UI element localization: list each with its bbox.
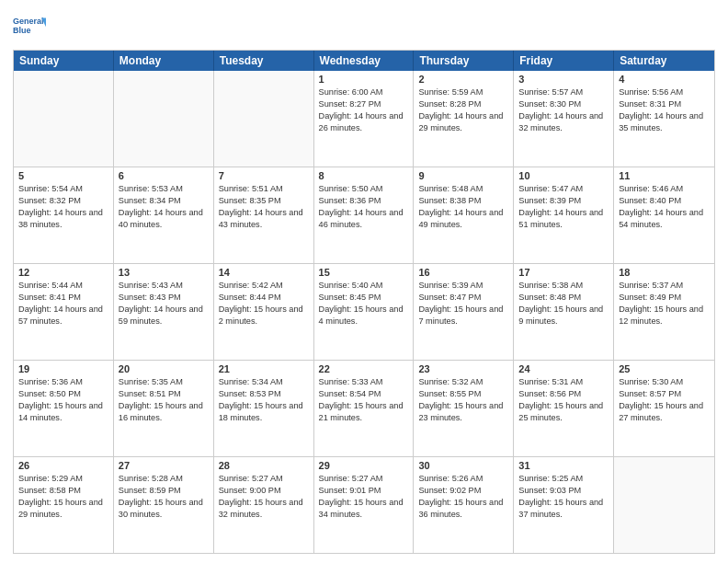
calendar-cell: 11Sunrise: 5:46 AMSunset: 8:40 PMDayligh… xyxy=(614,167,714,263)
calendar-week-3: 12Sunrise: 5:44 AMSunset: 8:41 PMDayligh… xyxy=(14,263,714,360)
calendar-cell: 21Sunrise: 5:34 AMSunset: 8:53 PMDayligh… xyxy=(214,361,314,456)
day-number: 4 xyxy=(619,74,710,85)
cell-details: Sunrise: 5:48 AMSunset: 8:38 PMDaylight:… xyxy=(418,183,508,231)
day-number: 5 xyxy=(18,170,108,181)
header: General Blue xyxy=(13,9,715,42)
calendar-cell: 29Sunrise: 5:27 AMSunset: 9:01 PMDayligh… xyxy=(314,457,415,553)
cell-details: Sunrise: 5:31 AMSunset: 8:56 PMDaylight:… xyxy=(518,376,609,424)
calendar-cell: 4Sunrise: 5:56 AMSunset: 8:31 PMDaylight… xyxy=(614,71,714,167)
cell-details: Sunrise: 6:00 AMSunset: 8:27 PMDaylight:… xyxy=(319,86,409,134)
calendar-cell: 16Sunrise: 5:39 AMSunset: 8:47 PMDayligh… xyxy=(414,264,514,360)
calendar-header: SundayMondayTuesdayWednesdayThursdayFrid… xyxy=(14,51,714,71)
calendar-cell: 28Sunrise: 5:27 AMSunset: 9:00 PMDayligh… xyxy=(214,457,314,553)
day-number: 31 xyxy=(518,460,609,471)
cell-details: Sunrise: 5:27 AMSunset: 9:00 PMDaylight:… xyxy=(219,473,309,521)
day-number: 29 xyxy=(319,460,409,471)
calendar-cell: 1Sunrise: 6:00 AMSunset: 8:27 PMDaylight… xyxy=(314,71,415,167)
day-number: 2 xyxy=(418,74,508,85)
day-number: 21 xyxy=(219,363,309,374)
cell-details: Sunrise: 5:47 AMSunset: 8:39 PMDaylight:… xyxy=(518,183,609,231)
calendar-cell: 6Sunrise: 5:53 AMSunset: 8:34 PMDaylight… xyxy=(114,167,214,263)
cell-details: Sunrise: 5:32 AMSunset: 8:55 PMDaylight:… xyxy=(418,376,508,424)
day-header-tuesday: Tuesday xyxy=(214,51,314,71)
calendar-cell: 18Sunrise: 5:37 AMSunset: 8:49 PMDayligh… xyxy=(614,264,714,360)
cell-details: Sunrise: 5:38 AMSunset: 8:48 PMDaylight:… xyxy=(518,280,609,327)
calendar-cell: 5Sunrise: 5:54 AMSunset: 8:32 PMDaylight… xyxy=(14,167,114,263)
calendar-week-5: 26Sunrise: 5:29 AMSunset: 8:58 PMDayligh… xyxy=(14,456,714,553)
calendar-cell: 7Sunrise: 5:51 AMSunset: 8:35 PMDaylight… xyxy=(214,167,314,263)
day-number: 10 xyxy=(518,170,609,181)
page-container: General Blue SundayMondayTuesdayWednesda… xyxy=(0,0,728,563)
cell-details: Sunrise: 5:33 AMSunset: 8:54 PMDaylight:… xyxy=(319,376,409,424)
calendar-cell xyxy=(14,71,114,167)
calendar-body: 1Sunrise: 6:00 AMSunset: 8:27 PMDaylight… xyxy=(14,71,714,553)
day-header-thursday: Thursday xyxy=(414,51,514,71)
calendar-cell: 26Sunrise: 5:29 AMSunset: 8:58 PMDayligh… xyxy=(14,457,114,553)
calendar-week-1: 1Sunrise: 6:00 AMSunset: 8:27 PMDaylight… xyxy=(14,71,714,167)
svg-text:General: General xyxy=(13,17,44,26)
calendar-cell: 9Sunrise: 5:48 AMSunset: 8:38 PMDaylight… xyxy=(414,167,514,263)
cell-details: Sunrise: 5:27 AMSunset: 9:01 PMDaylight:… xyxy=(319,473,409,521)
calendar-cell: 12Sunrise: 5:44 AMSunset: 8:41 PMDayligh… xyxy=(14,264,114,360)
day-number: 25 xyxy=(619,363,710,374)
calendar-cell: 14Sunrise: 5:42 AMSunset: 8:44 PMDayligh… xyxy=(214,264,314,360)
calendar-cell: 3Sunrise: 5:57 AMSunset: 8:30 PMDaylight… xyxy=(514,71,614,167)
cell-details: Sunrise: 5:54 AMSunset: 8:32 PMDaylight:… xyxy=(18,183,108,231)
calendar-cell: 19Sunrise: 5:36 AMSunset: 8:50 PMDayligh… xyxy=(14,361,114,456)
day-header-sunday: Sunday xyxy=(14,51,114,71)
day-number: 26 xyxy=(18,460,108,471)
day-number: 13 xyxy=(119,267,209,278)
calendar-cell xyxy=(614,457,714,553)
calendar-cell: 20Sunrise: 5:35 AMSunset: 8:51 PMDayligh… xyxy=(114,361,214,456)
cell-details: Sunrise: 5:43 AMSunset: 8:43 PMDaylight:… xyxy=(119,280,209,327)
calendar-cell: 8Sunrise: 5:50 AMSunset: 8:36 PMDaylight… xyxy=(314,167,415,263)
cell-details: Sunrise: 5:46 AMSunset: 8:40 PMDaylight:… xyxy=(619,183,710,231)
day-number: 27 xyxy=(119,460,209,471)
day-number: 8 xyxy=(319,170,409,181)
logo-svg: General Blue xyxy=(13,9,46,42)
day-number: 24 xyxy=(518,363,609,374)
day-number: 12 xyxy=(18,267,108,278)
cell-details: Sunrise: 5:56 AMSunset: 8:31 PMDaylight:… xyxy=(619,86,710,134)
cell-details: Sunrise: 5:34 AMSunset: 8:53 PMDaylight:… xyxy=(219,376,309,424)
cell-details: Sunrise: 5:26 AMSunset: 9:02 PMDaylight:… xyxy=(418,473,508,521)
calendar-cell: 10Sunrise: 5:47 AMSunset: 8:39 PMDayligh… xyxy=(514,167,614,263)
svg-text:Blue: Blue xyxy=(13,26,31,35)
cell-details: Sunrise: 5:25 AMSunset: 9:03 PMDaylight:… xyxy=(518,473,609,521)
cell-details: Sunrise: 5:36 AMSunset: 8:50 PMDaylight:… xyxy=(18,376,108,424)
day-number: 7 xyxy=(219,170,309,181)
day-number: 9 xyxy=(418,170,508,181)
day-header-saturday: Saturday xyxy=(614,51,714,71)
calendar-cell: 15Sunrise: 5:40 AMSunset: 8:45 PMDayligh… xyxy=(314,264,415,360)
cell-details: Sunrise: 5:50 AMSunset: 8:36 PMDaylight:… xyxy=(319,183,409,231)
day-number: 15 xyxy=(319,267,409,278)
calendar-cell: 17Sunrise: 5:38 AMSunset: 8:48 PMDayligh… xyxy=(514,264,614,360)
day-number: 30 xyxy=(418,460,508,471)
calendar-cell: 24Sunrise: 5:31 AMSunset: 8:56 PMDayligh… xyxy=(514,361,614,456)
cell-details: Sunrise: 5:30 AMSunset: 8:57 PMDaylight:… xyxy=(619,376,710,424)
day-number: 11 xyxy=(619,170,710,181)
calendar-cell: 27Sunrise: 5:28 AMSunset: 8:59 PMDayligh… xyxy=(114,457,214,553)
day-number: 17 xyxy=(518,267,609,278)
calendar-cell: 2Sunrise: 5:59 AMSunset: 8:28 PMDaylight… xyxy=(414,71,514,167)
day-number: 23 xyxy=(418,363,508,374)
calendar-cell: 31Sunrise: 5:25 AMSunset: 9:03 PMDayligh… xyxy=(514,457,614,553)
day-number: 18 xyxy=(619,267,710,278)
cell-details: Sunrise: 5:37 AMSunset: 8:49 PMDaylight:… xyxy=(619,280,710,327)
day-number: 3 xyxy=(518,74,609,85)
day-header-friday: Friday xyxy=(514,51,614,71)
calendar-week-2: 5Sunrise: 5:54 AMSunset: 8:32 PMDaylight… xyxy=(14,167,714,263)
calendar-cell xyxy=(214,71,314,167)
cell-details: Sunrise: 5:28 AMSunset: 8:59 PMDaylight:… xyxy=(119,473,209,521)
day-header-monday: Monday xyxy=(114,51,214,71)
calendar: SundayMondayTuesdayWednesdayThursdayFrid… xyxy=(13,50,715,554)
cell-details: Sunrise: 5:44 AMSunset: 8:41 PMDaylight:… xyxy=(18,280,108,327)
cell-details: Sunrise: 5:53 AMSunset: 8:34 PMDaylight:… xyxy=(119,183,209,231)
day-number: 6 xyxy=(119,170,209,181)
calendar-cell: 23Sunrise: 5:32 AMSunset: 8:55 PMDayligh… xyxy=(414,361,514,456)
day-header-wednesday: Wednesday xyxy=(314,51,415,71)
calendar-cell: 22Sunrise: 5:33 AMSunset: 8:54 PMDayligh… xyxy=(314,361,415,456)
day-number: 19 xyxy=(18,363,108,374)
cell-details: Sunrise: 5:51 AMSunset: 8:35 PMDaylight:… xyxy=(219,183,309,231)
calendar-cell xyxy=(114,71,214,167)
